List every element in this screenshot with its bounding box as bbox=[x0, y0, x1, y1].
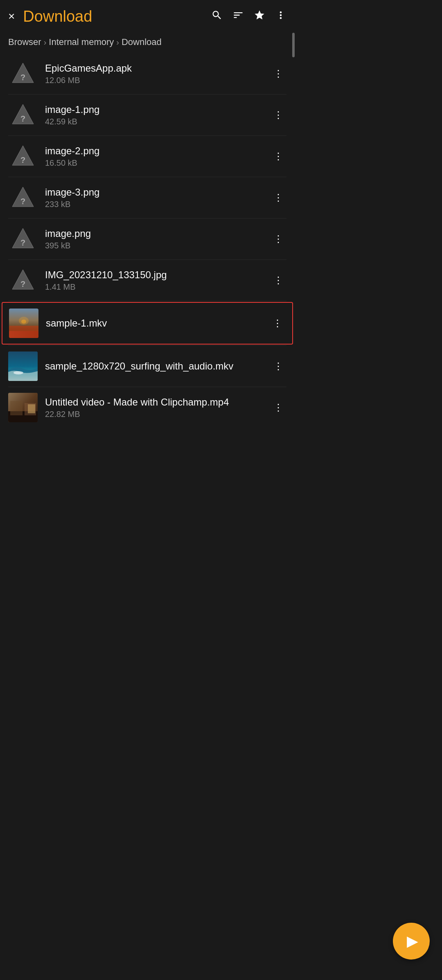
list-item[interactable]: ? IMG_20231210_133150.jpg 1.41 MB ⋮ bbox=[0, 260, 295, 301]
svg-text:?: ? bbox=[20, 238, 25, 247]
file-size: 12.06 MB bbox=[45, 76, 270, 85]
list-item[interactable]: sample-1.mkv ⋮ bbox=[2, 302, 293, 345]
file-more-button[interactable]: ⋮ bbox=[270, 65, 286, 83]
file-info: IMG_20231210_133150.jpg 1.41 MB bbox=[45, 269, 270, 292]
file-info: EpicGamesApp.apk 12.06 MB bbox=[45, 63, 270, 85]
file-info: sample_1280x720_surfing_with_audio.mkv bbox=[45, 360, 270, 372]
more-vertical-icon[interactable] bbox=[275, 9, 286, 24]
svg-point-17 bbox=[14, 371, 23, 374]
close-button[interactable]: × bbox=[8, 11, 15, 22]
file-more-button[interactable]: ⋮ bbox=[270, 189, 286, 207]
list-item[interactable]: ? image-1.png 42.59 kB ⋮ bbox=[0, 95, 295, 135]
file-more-button[interactable]: ⋮ bbox=[270, 106, 286, 124]
list-item[interactable]: ? EpicGamesApp.apk 12.06 MB ⋮ bbox=[0, 53, 295, 94]
svg-text:?: ? bbox=[20, 73, 25, 82]
list-item[interactable]: ? image.png 395 kB ⋮ bbox=[0, 219, 295, 259]
file-info: image.png 395 kB bbox=[45, 228, 270, 250]
file-list: ? EpicGamesApp.apk 12.06 MB ⋮ ? image-1.… bbox=[0, 53, 295, 428]
svg-rect-13 bbox=[9, 331, 38, 338]
file-name: EpicGamesApp.apk bbox=[45, 63, 270, 74]
file-name: image-3.png bbox=[45, 187, 270, 198]
svg-point-15 bbox=[21, 320, 26, 324]
header-actions bbox=[211, 9, 286, 24]
file-name: sample_1280x720_surfing_with_audio.mkv bbox=[45, 360, 270, 372]
file-info: image-1.png 42.59 kB bbox=[45, 104, 270, 126]
file-thumbnail bbox=[8, 351, 38, 381]
file-name: Untitled video - Made with Clipchamp.mp4 bbox=[45, 397, 270, 408]
svg-text:?: ? bbox=[20, 279, 25, 288]
breadcrumb-internal-memory[interactable]: Internal memory bbox=[49, 37, 114, 47]
breadcrumb-separator-1: › bbox=[44, 38, 47, 47]
file-thumbnail: ? bbox=[8, 59, 38, 88]
page-title: Download bbox=[23, 8, 211, 25]
filter-icon[interactable] bbox=[232, 9, 244, 24]
svg-rect-20 bbox=[10, 401, 23, 415]
file-thumbnail: ? bbox=[8, 183, 38, 212]
file-size: 395 kB bbox=[45, 241, 270, 250]
header: × Download bbox=[0, 0, 295, 33]
breadcrumb-download: Download bbox=[122, 37, 162, 47]
file-size: 16.50 kB bbox=[45, 158, 270, 168]
file-name: sample-1.mkv bbox=[46, 318, 269, 329]
file-more-button[interactable]: ⋮ bbox=[270, 147, 286, 165]
file-thumbnail bbox=[8, 393, 38, 422]
file-more-button[interactable]: ⋮ bbox=[270, 230, 286, 248]
file-name: IMG_20231210_133150.jpg bbox=[45, 269, 270, 281]
file-more-button[interactable]: ⋮ bbox=[270, 399, 286, 417]
file-size: 22.82 MB bbox=[45, 410, 270, 419]
star-icon[interactable] bbox=[254, 9, 265, 24]
file-more-button[interactable]: ⋮ bbox=[270, 271, 286, 289]
file-more-button[interactable]: ⋮ bbox=[270, 357, 286, 375]
file-size: 233 kB bbox=[45, 200, 270, 209]
file-more-button[interactable]: ⋮ bbox=[269, 314, 286, 332]
file-name: image-2.png bbox=[45, 145, 270, 157]
list-item[interactable]: ? image-3.png 233 kB ⋮ bbox=[0, 177, 295, 218]
svg-rect-22 bbox=[28, 404, 35, 413]
file-size: 42.59 kB bbox=[45, 117, 270, 126]
svg-text:?: ? bbox=[20, 114, 25, 123]
file-name: image.png bbox=[45, 228, 270, 239]
list-item[interactable]: ? image-2.png 16.50 kB ⋮ bbox=[0, 136, 295, 177]
breadcrumb: Browser › Internal memory › Download bbox=[0, 33, 295, 53]
file-info: sample-1.mkv bbox=[46, 318, 269, 329]
search-icon[interactable] bbox=[211, 9, 223, 24]
file-info: image-3.png 233 kB bbox=[45, 187, 270, 209]
divider bbox=[8, 301, 286, 301]
file-info: Untitled video - Made with Clipchamp.mp4… bbox=[45, 397, 270, 419]
file-name: image-1.png bbox=[45, 104, 270, 115]
list-item[interactable]: sample_1280x720_surfing_with_audio.mkv ⋮ bbox=[0, 346, 295, 387]
file-thumbnail: ? bbox=[8, 224, 38, 254]
file-thumbnail: ? bbox=[8, 266, 38, 295]
svg-text:?: ? bbox=[20, 197, 25, 206]
list-item[interactable]: Untitled video - Made with Clipchamp.mp4… bbox=[0, 387, 295, 428]
file-size: 1.41 MB bbox=[45, 282, 270, 292]
breadcrumb-separator-2: › bbox=[116, 38, 119, 47]
svg-text:?: ? bbox=[20, 155, 25, 164]
file-thumbnail: ? bbox=[8, 100, 38, 130]
file-thumbnail bbox=[9, 309, 38, 338]
file-thumbnail: ? bbox=[8, 142, 38, 171]
file-info: image-2.png 16.50 kB bbox=[45, 145, 270, 168]
breadcrumb-browser[interactable]: Browser bbox=[8, 37, 41, 47]
